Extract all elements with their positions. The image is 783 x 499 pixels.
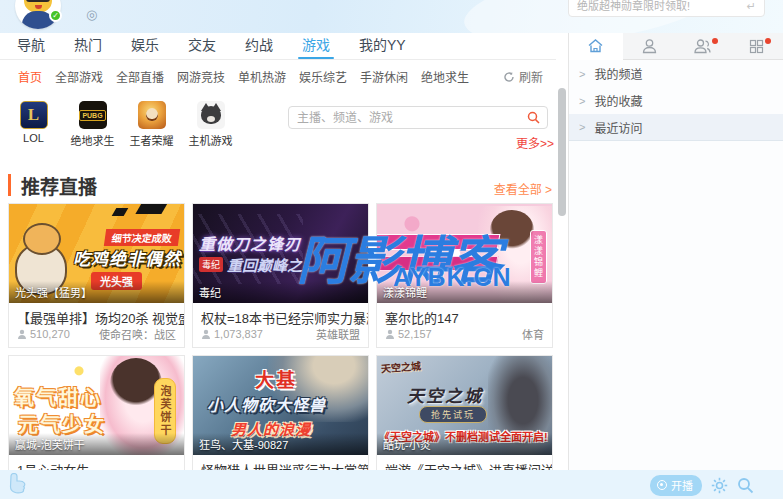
stream-thumbnail: 天空之城 天空之城 抢先试玩 《天空之城》不删档测试全面开启! 酷玩-小炎: [377, 356, 552, 455]
quick-game-label: 绝地求生: [71, 132, 115, 148]
subnav-pc-hot[interactable]: 单机热游: [238, 68, 286, 85]
thumb-game-logo: 天空之城: [407, 382, 483, 407]
sidebar-list: > 我的频道 > 我的收藏 > 最近访问: [569, 60, 783, 141]
refresh-label: 刷新: [519, 68, 543, 85]
sidebar-item-my-favorites[interactable]: > 我的收藏: [569, 87, 783, 114]
vertical-scrollbar-thumb[interactable]: [558, 88, 566, 216]
thumb-slogan: 氧气甜心: [14, 382, 102, 411]
view-all-link[interactable]: 查看全部 >: [494, 180, 552, 197]
stream-card[interactable]: 漾漾锦鲤 漾漾锦鲤 塞尔比的147 52,157 体育: [376, 203, 553, 348]
stream-category: 英雄联盟: [316, 326, 360, 342]
stream-title: 【最强单排】场均20杀 视觉盛宴: [9, 303, 184, 325]
stream-card[interactable]: 细节决定成败 吃鸡绝非偶然 光头强 光头强【猛男】 【最强单排】场均20杀 视觉…: [8, 203, 185, 348]
viewer-count: 1,073,837: [201, 328, 263, 340]
sidebar-tab-home[interactable]: [569, 33, 623, 60]
quick-game-lol[interactable]: L LOL: [4, 101, 63, 148]
chevron-right-icon: >: [579, 68, 585, 80]
settings-gear-icon[interactable]: [711, 477, 728, 494]
pubg-game-icon: PUBG: [79, 101, 107, 129]
quick-game-honor-of-kings[interactable]: 王者荣耀: [122, 101, 181, 148]
subnav-online-esports[interactable]: 网游竞技: [177, 68, 225, 85]
broadcast-icon: [657, 480, 667, 490]
nav-tab-entertainment[interactable]: 娱乐: [131, 33, 159, 59]
enter-icon: ↵: [747, 0, 756, 13]
thumb-slogan: 细节决定成败: [104, 229, 180, 246]
start-broadcast-button[interactable]: 开播: [650, 475, 702, 496]
subnav-all-live[interactable]: 全部直播: [116, 68, 164, 85]
avatar-art: [26, 0, 50, 2]
promo-status-input[interactable]: 绝版超神勋章限时领取! ↵: [568, 0, 765, 17]
stream-category: 体育: [522, 326, 544, 342]
online-status-badge: ✓: [49, 9, 62, 22]
lol-game-icon: L: [20, 101, 48, 129]
quick-game-label: 王者荣耀: [130, 132, 174, 148]
yy-client-window: ✓ ◎ 绝版超神勋章限时领取! ↵ 导航 热门 娱乐 交友 约战 游戏 我的YY…: [0, 0, 783, 499]
chevron-right-icon: >: [579, 95, 585, 107]
nav-tab-hot[interactable]: 热门: [74, 33, 102, 59]
more-link[interactable]: 更多>>: [516, 134, 554, 151]
search-input[interactable]: [289, 111, 527, 125]
sidebar-tab-apps[interactable]: [730, 33, 783, 60]
nav-tab-friends[interactable]: 交友: [188, 33, 216, 59]
stream-thumbnail: 细节决定成败 吃鸡绝非偶然 光头强 光头强【猛男】: [9, 204, 184, 303]
stream-thumbnail: 漾漾锦鲤 漾漾锦鲤: [377, 204, 552, 303]
refresh-button[interactable]: 刷新: [503, 68, 543, 85]
promo-status-text: 绝版超神勋章限时领取!: [577, 0, 690, 13]
quick-games-row: L LOL PUBG 绝地求生 王者荣耀 主机游戏: [4, 101, 240, 148]
stream-title: 塞尔比的147: [377, 303, 552, 325]
sidebar-tabs: [569, 33, 783, 60]
stream-thumbnail: 大基 小人物砍大怪兽 男人的浪漫 狂鸟、大基-90827: [193, 356, 368, 455]
subnav-variety[interactable]: 娱乐综艺: [299, 68, 347, 85]
bear-mascot-art: [23, 223, 61, 255]
thumb-slogan: 重做刀之锋刃: [199, 231, 301, 255]
section-header: 推荐直播 查看全部 >: [8, 172, 552, 200]
sidebar-item-recent-visits[interactable]: > 最近访问: [569, 114, 783, 141]
sub-nav: 首页 全部游戏 全部直播 网游竞技 单机热游 娱乐综艺 手游休闲 绝地求生: [0, 63, 556, 89]
thumb-slogan: 大基: [255, 365, 297, 392]
stream-card[interactable]: 重做刀之锋刃 毒纪 重回巅峰之 毒纪 权杖=18本书已经宗师实力暴涨... 1,…: [192, 203, 369, 348]
nav-tab-games[interactable]: 游戏: [302, 33, 330, 59]
person-icon: [385, 329, 395, 339]
thumb-play-badge: 抢先试玩: [419, 406, 487, 423]
section-title: 推荐直播: [21, 172, 97, 199]
quick-game-pubg[interactable]: PUBG 绝地求生: [63, 101, 122, 148]
quick-game-console[interactable]: 主机游戏: [181, 101, 240, 148]
streamer-name: 光头强【猛男】: [9, 281, 184, 303]
streamer-name: 酷玩-小炎: [377, 433, 552, 455]
chevron-right-icon: >: [579, 121, 585, 133]
subnav-all-games[interactable]: 全部游戏: [55, 68, 103, 85]
search-icon[interactable]: [527, 111, 540, 124]
channel-sidebar: > 我的频道 > 我的收藏 > 最近访问: [568, 33, 783, 470]
subnav-pubg[interactable]: 绝地求生: [421, 68, 469, 85]
home-icon: [587, 38, 604, 54]
search-box: [288, 106, 548, 129]
sidebar-item-my-channels[interactable]: > 我的频道: [569, 60, 783, 87]
sidebar-tab-contacts[interactable]: [623, 33, 677, 60]
bottom-toolbar: 开播: [0, 470, 783, 499]
stream-thumbnail: 氧气甜心 元气少女 泡芙饼干 赢城-泡芙饼干: [9, 356, 184, 455]
quick-game-label: 主机游戏: [189, 132, 233, 148]
console-game-icon: [197, 101, 225, 129]
nav-tab-battle[interactable]: 约战: [245, 33, 273, 59]
nav-tab-daohang[interactable]: 导航: [17, 33, 45, 59]
nav-tab-my-yy[interactable]: 我的YY: [359, 33, 406, 59]
thumb-vertical-badge: 漾漾锦鲤: [530, 230, 547, 284]
bottom-toolbar-actions: 开播: [650, 475, 754, 496]
recommended-streams-grid: 细节决定成败 吃鸡绝非偶然 光头强 光头强【猛男】 【最强单排】场均20杀 视觉…: [8, 203, 554, 494]
notification-dot: [765, 38, 771, 44]
notification-dot: [712, 38, 718, 44]
sidebar-tab-groups[interactable]: [676, 33, 730, 60]
fist-interaction-icon[interactable]: [7, 473, 33, 499]
main-nav: 导航 热门 娱乐 交友 约战 游戏 我的YY: [0, 33, 556, 60]
sidebar-item-label: 我的频道: [594, 65, 642, 82]
sidebar-item-label: 最近访问: [594, 119, 642, 136]
search-icon[interactable]: [737, 477, 754, 494]
viewer-count: 52,157: [385, 328, 432, 340]
streamer-name: 漾漾锦鲤: [377, 281, 552, 303]
sidebar-item-label: 我的收藏: [594, 92, 642, 109]
subnav-home[interactable]: 首页: [18, 68, 42, 85]
thumb-badge: 毒纪: [199, 257, 223, 272]
subnav-mobile-casual[interactable]: 手游休闲: [360, 68, 408, 85]
thumb-slogan: 小人物砍大怪兽: [207, 392, 326, 416]
status-ring-icon[interactable]: ◎: [86, 7, 97, 22]
